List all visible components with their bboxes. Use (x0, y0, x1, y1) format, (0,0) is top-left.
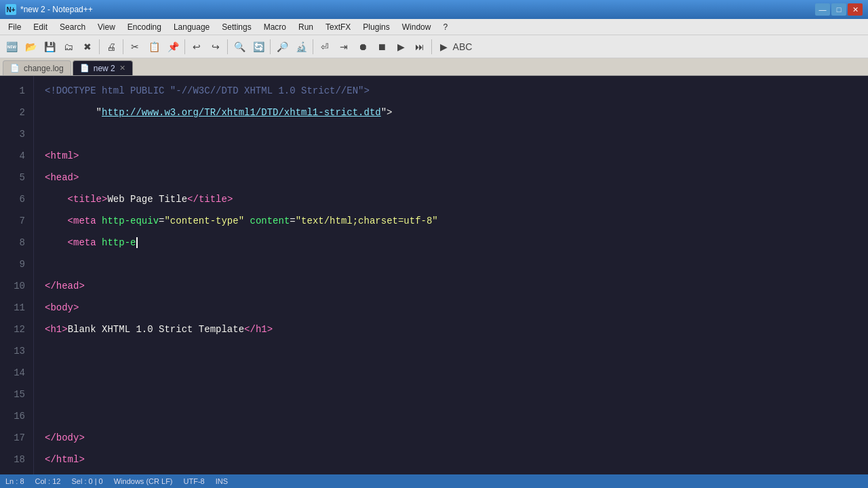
status-bar: Ln : 8 Col : 12 Sel : 0 | 0 Windows (CR … (0, 474, 868, 488)
tab-new2[interactable]: 📄 new 2 ✕ (73, 60, 133, 75)
line-num-13: 13 (5, 340, 25, 362)
app-icon: N+ (5, 4, 16, 15)
code-line-14 (34, 362, 868, 384)
line-num-10: 10 (5, 275, 25, 297)
code-line-5: <head> (34, 167, 868, 188)
line-num-5: 5 (5, 167, 25, 188)
status-encoding: UTF-8 (184, 477, 205, 485)
menu-file[interactable]: File (3, 21, 26, 33)
menu-help[interactable]: ? (437, 21, 453, 33)
toolbar-sep-3 (184, 39, 185, 54)
code-line-3 (34, 123, 868, 145)
status-col: Col : 12 (35, 477, 61, 485)
save-all-button[interactable]: 🗂 (60, 38, 77, 56)
code-line-12: <h1>Blank XHTML 1.0 Strict Template</h1> (34, 319, 868, 340)
spell-check-button[interactable]: ABC (454, 38, 471, 56)
tab-changelog-icon: 📄 (10, 64, 20, 73)
menu-settings[interactable]: Settings (216, 21, 256, 33)
code-line-7: <meta http-equiv="content-type" content=… (34, 210, 868, 232)
status-ins: INS (216, 477, 228, 485)
line-num-6: 6 (5, 188, 25, 210)
menu-run[interactable]: Run (293, 21, 319, 33)
close-file-button[interactable]: ✖ (79, 38, 96, 56)
title-bar: N+ *new 2 - Notepad++ — □ ✕ (0, 0, 868, 19)
menu-search[interactable]: Search (54, 21, 91, 33)
line-num-11: 11 (5, 297, 25, 319)
tab-bar: 📄 change.log 📄 new 2 ✕ (0, 58, 868, 76)
menu-window[interactable]: Window (397, 21, 437, 33)
code-line-11: <body> (34, 297, 868, 319)
code-line-15 (34, 384, 868, 405)
find-button[interactable]: 🔍 (231, 38, 248, 56)
tab-new2-icon: 📄 (80, 64, 90, 73)
code-line-17: </body> (34, 427, 868, 449)
zoom-in-button[interactable]: 🔎 (273, 38, 291, 56)
zoom-out-button[interactable]: 🔬 (292, 38, 310, 56)
copy-button[interactable]: 📋 (145, 38, 163, 56)
line-num-18: 18 (5, 449, 25, 470)
code-area[interactable]: <!DOCTYPE html PUBLIC "-//W3C//DTD XHTML… (34, 76, 868, 474)
toolbar-sep-4 (227, 39, 228, 54)
macro-play-button[interactable]: ▶ (392, 38, 410, 56)
code-line-10: </head> (34, 275, 868, 297)
indent-button[interactable]: ⇥ (335, 38, 353, 56)
tab-changelog[interactable]: 📄 change.log (3, 60, 71, 75)
menu-view[interactable]: View (92, 21, 121, 33)
line-num-1: 1 (5, 80, 25, 102)
code-line-4: <html> (34, 145, 868, 167)
code-line-18: </html> (34, 449, 868, 470)
line-num-7: 7 (5, 210, 25, 232)
line-num-2: 2 (5, 102, 25, 123)
tab-new2-close[interactable]: ✕ (119, 64, 125, 73)
macro-run-button[interactable]: ⏭ (411, 38, 429, 56)
code-line-6: <title>Web Page Title</title> (34, 188, 868, 210)
run-script-button[interactable]: ▶ (435, 38, 452, 56)
toolbar-sep-5 (270, 39, 271, 54)
line-numbers: 1 2 3 4 5 6 7 8 9 10 11 12 13 14 15 16 1… (0, 76, 34, 474)
macro-rec-button[interactable]: ⏺ (354, 38, 372, 56)
cut-button[interactable]: ✂ (126, 38, 144, 56)
line-num-8: 8 (5, 232, 25, 253)
text-cursor (136, 237, 138, 248)
macro-stop-button[interactable]: ⏹ (373, 38, 391, 56)
menu-plugins[interactable]: Plugins (357, 21, 395, 33)
toolbar-sep-6 (313, 39, 313, 54)
line-num-16: 16 (5, 405, 25, 427)
new-button[interactable]: 🆕 (3, 38, 20, 56)
toolbar-sep-7 (431, 39, 432, 54)
toolbar: 🆕 📂 💾 🗂 ✖ 🖨 ✂ 📋 📌 ↩ ↪ 🔍 🔄 🔎 🔬 ⏎ ⇥ ⏺ ⏹ ▶ … (0, 35, 868, 58)
code-line-9 (34, 253, 868, 275)
wordwrap-button[interactable]: ⏎ (316, 38, 334, 56)
paste-button[interactable]: 📌 (164, 38, 182, 56)
line-num-12: 12 (5, 319, 25, 340)
line-num-9: 9 (5, 253, 25, 275)
menu-encoding[interactable]: Encoding (122, 21, 167, 33)
close-button[interactable]: ✕ (848, 3, 863, 16)
undo-button[interactable]: ↩ (188, 38, 205, 56)
window-title: *new 2 - Notepad++ (20, 5, 93, 14)
replace-button[interactable]: 🔄 (250, 38, 267, 56)
line-num-4: 4 (5, 145, 25, 167)
minimize-button[interactable]: — (815, 3, 830, 16)
line-num-14: 14 (5, 362, 25, 384)
code-line-1: <!DOCTYPE html PUBLIC "-//W3C//DTD XHTML… (34, 80, 868, 102)
print-button[interactable]: 🖨 (102, 38, 120, 56)
redo-button[interactable]: ↪ (207, 38, 224, 56)
menu-macro[interactable]: Macro (258, 21, 292, 33)
maximize-button[interactable]: □ (831, 3, 846, 16)
line-num-17: 17 (5, 427, 25, 449)
code-line-13 (34, 340, 868, 362)
menu-language[interactable]: Language (168, 21, 215, 33)
menu-textfx[interactable]: TextFX (320, 21, 356, 33)
code-line-8: <meta http-e (34, 232, 868, 253)
menu-bar: File Edit Search View Encoding Language … (0, 19, 868, 35)
status-sel: Sel : 0 | 0 (71, 477, 102, 485)
code-line-16 (34, 405, 868, 427)
open-button[interactable]: 📂 (22, 38, 39, 56)
toolbar-sep-1 (99, 39, 100, 54)
save-button[interactable]: 💾 (41, 38, 58, 56)
line-num-3: 3 (5, 123, 25, 145)
tab-changelog-label: change.log (24, 64, 64, 73)
line-num-15: 15 (5, 384, 25, 405)
menu-edit[interactable]: Edit (28, 21, 53, 33)
